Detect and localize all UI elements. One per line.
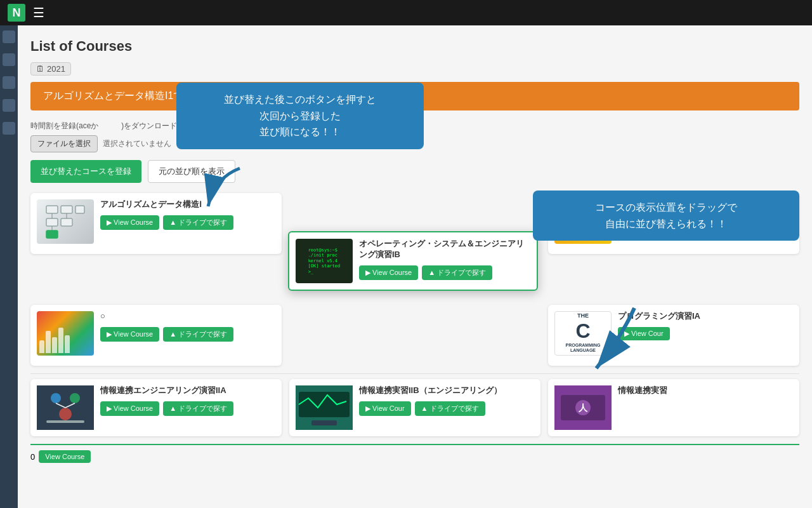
tooltip1-line2: 次回から登録した — [259, 110, 341, 121]
view-course-button-joho-jits2b[interactable]: ▶ View Cour — [359, 401, 411, 416]
course-buttons-signal: ▶ View Course ▲ ドライブで探す — [100, 327, 275, 342]
main-content: List of Courses 🗓 2021 アルゴリズムとデータ構造I1です … — [18, 25, 812, 476]
tooltip-drag-info: コースの表示位置をドラッグで 自由に並び替えられる！！ — [533, 190, 799, 241]
course-info-joho-engg2a: 情報連携エンジニアリング演習IIA ▶ View Course ▲ ドライブで探… — [100, 385, 275, 416]
os-thumb-text: root@sys:~$ ./init proc kernel v5.4 [OK]… — [306, 245, 343, 277]
svg-rect-2 — [46, 206, 58, 213]
course-name-joho-renk3: 情報連携実習 — [618, 385, 793, 396]
bottom-count: 0 — [30, 452, 35, 462]
course-card-signal: ○ ▶ View Course ▲ ドライブで探す — [30, 305, 282, 366]
sidebar-icon-5[interactable] — [3, 122, 15, 135]
course-card-joho-renk3: 人 情報連携実習 — [548, 379, 799, 436]
drive-button-signal[interactable]: ▲ ドライブで探す — [163, 327, 233, 342]
svg-rect-3 — [61, 206, 72, 213]
view-course-button-os[interactable]: ▶ View Course — [359, 265, 418, 280]
tooltip1-line3: 並び順になる！！ — [259, 126, 341, 137]
course-buttons-joho-engg2a: ▶ View Course ▲ ドライブで探す — [100, 401, 275, 416]
register-order-button[interactable]: 並び替えたコースを登録 — [30, 160, 141, 183]
arrow-tooltip1 — [202, 165, 252, 218]
svg-point-13 — [70, 393, 80, 403]
svg-rect-20 — [311, 420, 337, 425]
course-name-joho-jits2b: 情報連携実習IIB（エンジニアリング） — [359, 385, 534, 396]
drive-button-joho-jits2b[interactable]: ▲ ドライブで探す — [415, 401, 485, 416]
course-info-signal: ○ ▶ View Course ▲ ドライブで探す — [100, 311, 275, 342]
view-course-button-joho-engg2a[interactable]: ▶ View Course — [100, 401, 159, 416]
file-status: 選択されていません — [103, 138, 171, 149]
view-course-button-algo1[interactable]: ▶ View Course — [100, 215, 159, 230]
svg-rect-5 — [46, 218, 58, 226]
course-card-joho-jits2b: 情報連携実習IIB（エンジニアリング） ▶ View Cour ▲ ドライブで探… — [289, 379, 540, 436]
tooltip2-line2: 自由に並び替えられる！！ — [605, 218, 727, 229]
svg-rect-7 — [46, 231, 58, 238]
svg-point-14 — [59, 408, 72, 420]
course-buttons-os: ▶ View Course ▲ ドライブで探す — [359, 265, 530, 280]
sidebar-icon-1[interactable] — [3, 30, 15, 43]
calendar-icon: 🗓 — [36, 64, 44, 74]
page-title: List of Courses — [30, 38, 799, 55]
course-info-os: オペレーティング・システム＆エンジニアリング演習IB ▶ View Course… — [359, 239, 530, 280]
bottom-view-course-button[interactable]: View Course — [39, 450, 91, 463]
year-value: 2021 — [47, 64, 65, 74]
drive-button-joho-engg2a[interactable]: ▲ ドライブで探す — [163, 401, 233, 416]
course-buttons-joho-jits2b: ▶ View Cour ▲ ドライブで探す — [359, 401, 534, 416]
top-navigation: N ☰ — [0, 0, 812, 25]
tooltip-sort-info: 並び替えた後このボタンを押すと 次回から登録した 並び順になる！！ — [176, 83, 424, 149]
course-name-joho-engg2a: 情報連携エンジニアリング演習IIA — [100, 385, 275, 396]
row-separator — [30, 373, 799, 374]
file-select-button[interactable]: ファイルを選択 — [30, 135, 98, 152]
arrow-tooltip2 — [584, 305, 660, 384]
svg-text:人: 人 — [578, 403, 588, 413]
empty-slot-mid — [289, 305, 540, 366]
course-info-joho-renk3: 情報連携実習 — [618, 385, 793, 401]
course-card-os-dragging[interactable]: root@sys:~$ ./init proc kernel v5.4 [OK]… — [288, 231, 538, 291]
tooltip1-line1: 並び替えた後このボタンを押すと — [224, 94, 376, 105]
sidebar-icon-3[interactable] — [3, 76, 15, 89]
tooltip2-line1: コースの表示位置をドラッグで — [595, 202, 737, 213]
year-badge: 🗓 2021 — [30, 62, 71, 76]
svg-rect-4 — [75, 206, 84, 213]
hamburger-menu[interactable]: ☰ — [33, 5, 44, 20]
course-name-os: オペレーティング・システム＆エンジニアリング演習IB — [359, 239, 530, 260]
bottom-count-row: 0 View Course — [30, 450, 91, 463]
course-thumb-algo1 — [37, 199, 94, 244]
svg-rect-19 — [299, 392, 350, 417]
course-card-joho-engg2a: 情報連携エンジニアリング演習IIA ▶ View Course ▲ ドライブで探… — [30, 379, 282, 436]
course-info-joho-jits2b: 情報連携実習IIB（エンジニアリング） ▶ View Cour ▲ ドライブで探… — [359, 385, 534, 416]
action-buttons: 並び替えたコースを登録 元の並び順を表示 — [30, 160, 799, 183]
banner-text: アルゴリズムとデータ構造I1です — [43, 90, 193, 101]
svg-rect-17 — [46, 420, 84, 423]
course-thumb-signal — [37, 311, 94, 356]
view-course-button-signal[interactable]: ▶ View Course — [100, 327, 159, 342]
sidebar-icon-4[interactable] — [3, 99, 15, 112]
app-logo: N — [8, 4, 25, 22]
course-thumb-os: root@sys:~$ ./init proc kernel v5.4 [OK]… — [296, 239, 353, 283]
course-thumb-joho-renk3: 人 — [554, 385, 612, 430]
svg-point-12 — [51, 393, 61, 403]
left-sidebar — [0, 25, 18, 476]
course-thumb-joho-jits2b — [296, 385, 353, 430]
course-name-signal: ○ — [100, 311, 275, 322]
course-thumb-joho-engg2a — [37, 385, 94, 430]
svg-rect-6 — [61, 218, 72, 226]
drive-button-os[interactable]: ▲ ドライブで探す — [422, 265, 492, 280]
sidebar-icon-2[interactable] — [3, 53, 15, 66]
